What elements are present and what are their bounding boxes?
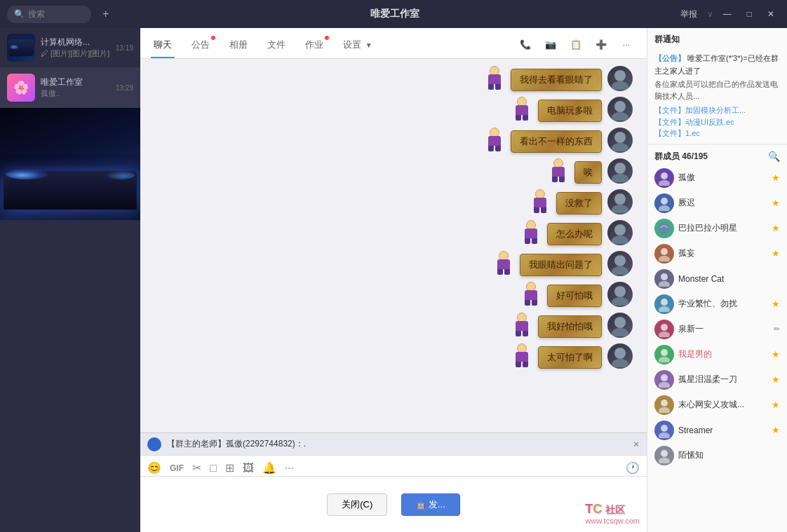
svg-point-2: [614, 101, 626, 112]
message-bubble: 我得去看看眼睛了: [511, 69, 602, 91]
member-item[interactable]: 巴拉巴拉小明星★: [647, 216, 787, 241]
main-layout: 计算机网络... 🖊 [图片][图片][图片] 13:19 🌸 唯爱工作室 孤傲…: [0, 28, 787, 532]
contact-msg: 🖊 [图片][图片][图片]: [41, 48, 110, 59]
add-contact-button[interactable]: +: [97, 6, 114, 22]
svg-point-13: [612, 266, 628, 275]
search-members-button[interactable]: 🔍: [768, 151, 780, 162]
member-item[interactable]: Streamer★: [647, 418, 787, 443]
history-button[interactable]: 🕐: [626, 461, 640, 475]
message-row: 唉: [140, 158, 640, 184]
notification-close-button[interactable]: ✕: [633, 439, 640, 449]
contact-item-weiai[interactable]: 🌸 唯爱工作室 孤傲.. 13:29: [0, 68, 140, 108]
svg-point-24: [659, 223, 670, 234]
screen-share-button[interactable]: 📋: [566, 34, 586, 54]
contact-name-weiai: 唯爱工作室: [41, 76, 110, 88]
tab-files[interactable]: 文件: [264, 33, 288, 58]
member-item[interactable]: 我是男的★: [647, 342, 787, 367]
member-edit-icon[interactable]: ✏: [774, 325, 780, 334]
report-button[interactable]: 举报: [675, 7, 703, 22]
tab-homework[interactable]: 作业: [302, 33, 326, 58]
scissors-button[interactable]: ✂: [192, 461, 201, 475]
tab-settings[interactable]: 设置 ▼: [340, 33, 375, 58]
file-link-1[interactable]: 【文件】加固模块分析工...: [654, 104, 780, 116]
member-star-icon[interactable]: ★: [772, 198, 780, 208]
message-row: 好可怕哦: [140, 282, 640, 307]
member-avatar: [654, 219, 674, 238]
notif-avatar: [147, 437, 161, 451]
tab-chat[interactable]: 聊天: [151, 33, 175, 58]
member-name: 泉新一: [678, 323, 769, 335]
member-star-icon[interactable]: ★: [772, 223, 780, 233]
svg-point-40: [659, 432, 670, 438]
char-icon: [484, 128, 505, 153]
grid-button[interactable]: ⊞: [225, 461, 234, 475]
member-item[interactable]: 陌愫知: [647, 443, 787, 468]
member-item[interactable]: 孤星泪温柔一刀★: [647, 367, 787, 393]
member-star-icon[interactable]: ★: [772, 248, 780, 259]
member-star-icon[interactable]: ★: [772, 299, 780, 309]
close-overlay-button[interactable]: 关闭(C): [327, 493, 387, 516]
member-avatar: [654, 446, 674, 465]
char-figure: [511, 343, 532, 369]
contact-info-weiai: 唯爱工作室 孤傲..: [41, 76, 110, 99]
message-bubble: 我好怕怕哦: [538, 315, 602, 338]
member-item[interactable]: 学业繁忙、勿扰★: [647, 292, 787, 317]
tab-album[interactable]: 相册: [227, 33, 250, 58]
search-box[interactable]: 🔍 搜索: [7, 6, 91, 23]
member-avatar: [654, 421, 674, 440]
contact-time: 13:19: [116, 44, 133, 52]
file-link-2[interactable]: 【文件】动漫UI反跌.ec: [654, 116, 780, 128]
clipboard-button[interactable]: □: [210, 462, 217, 475]
close-button[interactable]: ✕: [762, 8, 780, 20]
message-avatar: [607, 313, 633, 338]
file-link-3[interactable]: 【文件】1.ec: [654, 128, 780, 139]
svg-point-39: [661, 425, 668, 432]
svg-point-8: [614, 193, 626, 205]
message-bubble: 唉: [574, 161, 602, 184]
members-title: 群成员 46/195: [654, 151, 708, 163]
more-input-button[interactable]: ···: [285, 462, 294, 475]
member-item[interactable]: 末心网安乂攻城...★: [647, 393, 787, 418]
svg-point-32: [659, 332, 670, 337]
maximize-button[interactable]: □: [741, 8, 758, 20]
message-row: 看出不一样的东西: [140, 128, 640, 153]
image-button[interactable]: 🖼: [243, 462, 254, 475]
bell-button[interactable]: 🔔: [262, 461, 276, 475]
add-member-button[interactable]: ➕: [591, 34, 611, 54]
member-item[interactable]: 厥迟★: [647, 191, 787, 216]
more-options-button[interactable]: ···: [617, 34, 636, 54]
minimize-button[interactable]: —: [718, 8, 737, 20]
contact-item-computer-network[interactable]: 计算机网络... 🖊 [图片][图片][图片] 13:19: [0, 28, 140, 68]
char-figure: [484, 128, 505, 153]
svg-point-9: [612, 205, 628, 213]
message-row: 我眼睛出问题了: [140, 251, 640, 276]
title-bar-left: 🔍 搜索 +: [7, 6, 114, 23]
char-icon: [548, 158, 569, 184]
message-avatar: [607, 158, 633, 184]
svg-point-17: [612, 328, 628, 336]
member-star-icon[interactable]: ★: [772, 400, 780, 410]
gif-button[interactable]: GIF: [170, 463, 184, 473]
member-star-icon[interactable]: ★: [772, 425, 780, 435]
announcement-content: 【公告】 唯爱工作室(*'3*)=已经在群主之家人进了 各位家成员可以把自己的作…: [647, 48, 787, 144]
action-overlay-button[interactable]: 🤖 发...: [401, 493, 459, 516]
member-avatar: [654, 370, 674, 390]
member-star-icon[interactable]: ★: [772, 349, 780, 360]
member-item[interactable]: Monster Cat: [647, 266, 787, 292]
member-item[interactable]: 孤傲★: [647, 165, 787, 191]
message-bubble: 好可怕哦: [547, 285, 602, 307]
emoji-button[interactable]: 😊: [147, 461, 161, 475]
message-avatar: [607, 343, 633, 369]
sticker-preview: 🤖: [416, 500, 426, 509]
char-icon: [484, 66, 505, 91]
member-item[interactable]: 泉新一✏: [647, 317, 787, 342]
tab-announcement[interactable]: 公告: [189, 33, 213, 58]
video-call-button[interactable]: 📷: [541, 34, 560, 54]
voice-call-button[interactable]: 📞: [516, 34, 535, 54]
bottom-overlay: 关闭(C) 🤖 发...: [140, 476, 647, 532]
member-star-icon[interactable]: ★: [772, 374, 780, 385]
svg-point-7: [612, 174, 628, 182]
member-item[interactable]: 孤妄★: [647, 241, 787, 266]
member-star-icon[interactable]: ★: [772, 172, 780, 183]
svg-point-29: [661, 299, 668, 306]
